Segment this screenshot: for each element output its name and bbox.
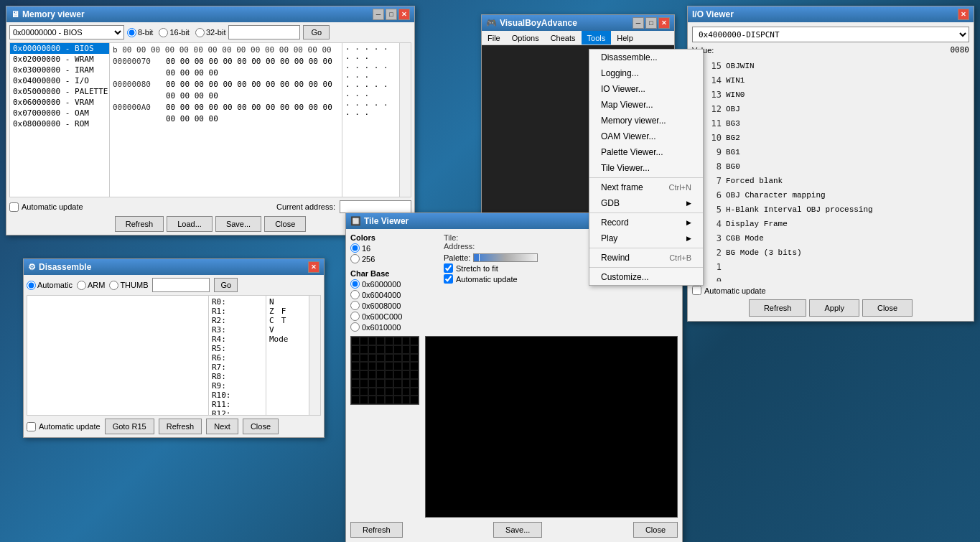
disassemble-icon: ⚙ — [28, 262, 36, 272]
memory-viewer-go-btn[interactable]: Go — [303, 25, 330, 39]
color-16-label[interactable]: 16 — [350, 243, 437, 253]
addr-item-io[interactable]: 0x04000000 - I/O — [10, 75, 109, 86]
play-arrow-icon: ▶ — [686, 235, 691, 242]
memory-viewer-address-input[interactable] — [228, 25, 300, 39]
charbase-0-label[interactable]: 0x6000000 — [350, 279, 437, 289]
menu-customize[interactable]: Customize... — [589, 269, 703, 285]
menu-palette-viewer[interactable]: Palette Viewer... — [589, 144, 703, 160]
memory-viewer-refresh-btn[interactable]: Refresh — [115, 216, 164, 232]
menu-disassemble[interactable]: Disassemble... — [589, 50, 703, 65]
addr-item-wram[interactable]: 0x02000000 - WRAM — [10, 54, 109, 65]
addr-item-bios[interactable]: 0x00000000 - BIOS — [10, 43, 109, 54]
color-256-label[interactable]: 256 — [350, 254, 437, 263]
da-close-btn[interactable]: Close — [243, 419, 279, 434]
tile-viewer-save-btn[interactable]: Save... — [493, 522, 542, 538]
disassemble-title: Disassemble — [39, 262, 308, 272]
da-scrollbar[interactable] — [309, 295, 321, 416]
charbase-4-label[interactable]: 0x6010000 — [350, 322, 437, 332]
menu-rewind[interactable]: Rewind Ctrl+B — [589, 250, 703, 266]
tile-viewer-close-btn[interactable]: Close — [633, 522, 678, 538]
color-16-radio[interactable] — [350, 243, 360, 253]
stretch-checkbox[interactable] — [444, 263, 453, 273]
memory-viewer-save-btn[interactable]: Save... — [215, 216, 261, 232]
menu-map-viewer[interactable]: Map Viewer... — [589, 97, 703, 113]
menu-play[interactable]: Play ▶ — [589, 230, 703, 246]
memory-viewer-close-btn2[interactable]: Close — [264, 216, 306, 232]
da-arm-radio[interactable] — [77, 281, 86, 290]
vba-close-btn[interactable]: ✕ — [658, 17, 670, 29]
memory-viewer-maximize-btn[interactable]: □ — [386, 9, 397, 20]
menu-gdb[interactable]: GDB ▶ — [589, 195, 703, 211]
color-256-radio[interactable] — [350, 254, 360, 263]
da-address-input[interactable] — [152, 278, 210, 292]
radio-32bit-label[interactable]: 32-bit — [195, 28, 226, 37]
addr-item-iram[interactable]: 0x03000000 - IRAM — [10, 65, 109, 75]
menu-next-frame[interactable]: Next frame Ctrl+N — [589, 179, 703, 195]
memory-viewer-scrollbar[interactable] — [400, 42, 411, 197]
io-close-btn[interactable]: Close — [862, 299, 913, 317]
charbase-1-radio[interactable] — [350, 290, 360, 299]
menu-oam-viewer[interactable]: OAM Viewer... — [589, 129, 703, 144]
vba-menu-cheats[interactable]: Cheats — [545, 31, 582, 45]
memory-viewer-load-btn[interactable]: Load... — [167, 216, 213, 232]
menu-record[interactable]: Record ▶ — [589, 215, 703, 230]
radio-16bit-label[interactable]: 16-bit — [159, 28, 190, 37]
io-bit-number-12: 12 — [706, 103, 722, 116]
da-auto-update-checkbox[interactable] — [27, 422, 36, 431]
disassemble-close-btn-x[interactable]: ✕ — [308, 261, 319, 273]
io-bits-list: 15OBJWIN14WIN113WIN012OBJ11BG310BG29BG18… — [692, 59, 969, 281]
addr-item-vram[interactable]: 0x06000000 - VRAM — [10, 97, 109, 108]
io-refresh-btn[interactable]: Refresh — [749, 299, 807, 317]
da-thumb-radio[interactable] — [109, 281, 118, 290]
da-auto-radio[interactable] — [27, 281, 36, 290]
da-thumb-label[interactable]: THUMB — [109, 281, 148, 290]
io-address-dropdown[interactable]: 0x4000000-DISPCNT — [692, 27, 969, 42]
da-go-btn[interactable]: Go — [214, 278, 238, 292]
auto-update-checkbox[interactable] — [9, 202, 19, 212]
addr-item-oam[interactable]: 0x07000000 - OAM — [10, 108, 109, 118]
radio-32bit-input[interactable] — [195, 28, 205, 37]
addr-item-palette[interactable]: 0x05000000 - PALETTE — [10, 86, 109, 97]
menu-tile-viewer[interactable]: Tile Viewer... — [589, 160, 703, 176]
addr-item-rom[interactable]: 0x08000000 - ROM — [10, 118, 109, 129]
charbase-3-label[interactable]: 0x600C000 — [350, 312, 437, 321]
da-goto-btn[interactable]: Goto R15 — [105, 419, 154, 434]
vba-maximize-btn[interactable]: □ — [645, 17, 657, 29]
io-viewer-close-btn-x[interactable]: ✕ — [958, 9, 969, 20]
io-apply-btn[interactable]: Apply — [809, 299, 859, 317]
vba-menu-file[interactable]: File — [482, 31, 506, 45]
charbase-0-radio[interactable] — [350, 279, 360, 289]
io-bit-label-11: BG3 — [726, 117, 740, 130]
charbase-2-label[interactable]: 0x6008000 — [350, 301, 437, 310]
auto-update-checkbox-tv[interactable] — [444, 274, 453, 284]
io-bit-number-6: 6 — [706, 189, 722, 202]
da-auto-label[interactable]: Automatic — [27, 281, 73, 290]
current-address-input[interactable] — [340, 200, 411, 213]
menu-sep-3 — [589, 248, 703, 248]
menu-memory-viewer[interactable]: Memory viewer... — [589, 113, 703, 129]
charbase-4-radio[interactable] — [350, 322, 360, 332]
charbase-1-label[interactable]: 0x6004000 — [350, 290, 437, 299]
vba-menu-tools[interactable]: Tools — [582, 31, 612, 45]
menu-io-viewer[interactable]: IO Viewer... — [589, 81, 703, 97]
tile-cell-28 — [385, 362, 393, 370]
radio-16bit-input[interactable] — [159, 28, 168, 37]
io-auto-update-checkbox[interactable] — [692, 286, 701, 295]
memory-viewer-close-btn[interactable]: ✕ — [398, 9, 410, 20]
tile-viewer-refresh-btn[interactable]: Refresh — [350, 522, 403, 538]
da-refresh-btn[interactable]: Refresh — [159, 419, 202, 434]
vba-minimize-btn[interactable]: ─ — [633, 17, 644, 29]
da-arm-label[interactable]: ARM — [77, 281, 105, 290]
io-bit-label-9: BG1 — [726, 146, 740, 159]
radio-8bit-label[interactable]: 8-bit — [127, 28, 153, 37]
menu-logging[interactable]: Logging... — [589, 65, 703, 81]
charbase-3-radio[interactable] — [350, 312, 360, 321]
vba-menu-options[interactable]: Options — [506, 31, 545, 45]
da-next-btn[interactable]: Next — [206, 419, 238, 434]
memory-viewer-address-dropdown[interactable]: 0x00000000 - BIOS 0x02000000 - WRAM 0x03… — [9, 25, 124, 39]
charbase-2-radio[interactable] — [350, 301, 360, 310]
vba-menu-help[interactable]: Help — [611, 31, 639, 45]
memory-viewer-minimize-btn[interactable]: ─ — [373, 9, 384, 20]
io-bit-label-10: BG2 — [726, 131, 740, 144]
radio-8bit-input[interactable] — [127, 28, 136, 37]
